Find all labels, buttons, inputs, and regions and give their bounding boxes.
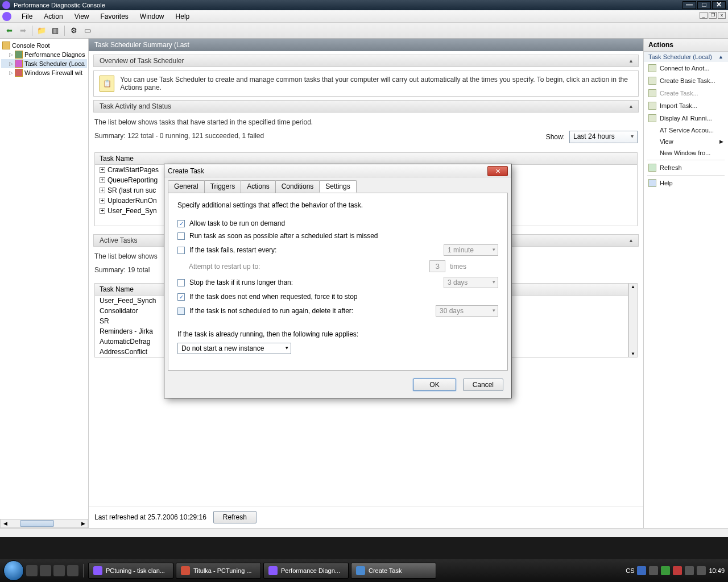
refresh-button[interactable]: Refresh bbox=[213, 511, 257, 523]
collapse-icon[interactable]: ▲ bbox=[718, 54, 723, 60]
menu-action[interactable]: Action bbox=[38, 13, 68, 20]
back-button[interactable]: ⬅ bbox=[3, 25, 15, 36]
mdi-close-button[interactable]: x bbox=[718, 12, 726, 19]
tree-item-performance[interactable]: ▷ Performance Diagnos bbox=[1, 50, 87, 59]
mdi-restore-button[interactable]: ❐ bbox=[709, 12, 717, 19]
task-icon bbox=[648, 77, 656, 85]
clock-icon bbox=[15, 60, 23, 68]
properties-button[interactable]: ⚙ bbox=[68, 25, 80, 36]
tray-icon[interactable] bbox=[673, 566, 682, 575]
action-help[interactable]: Help bbox=[644, 177, 728, 189]
label-on-demand: Allow task to be run on demand bbox=[189, 219, 285, 227]
tree-item-task-scheduler[interactable]: ▷ Task Scheduler (Loca bbox=[1, 59, 87, 68]
new-window-button[interactable]: ▭ bbox=[82, 25, 93, 36]
status-header[interactable]: Task Activity and Status ▲ bbox=[93, 100, 639, 113]
overview-text: You can use Task Scheduler to create and… bbox=[120, 76, 632, 92]
action-view[interactable]: View▶ bbox=[644, 136, 728, 147]
help-icon bbox=[648, 179, 656, 187]
maximize-button[interactable]: □ bbox=[697, 1, 711, 9]
tree-label: Task Scheduler (Loca bbox=[24, 60, 85, 67]
restart-interval-combo: 1 minute bbox=[444, 244, 498, 256]
minimize-button[interactable]: — bbox=[682, 1, 696, 9]
tab-actions[interactable]: Actions bbox=[241, 180, 275, 193]
tree-item-firewall[interactable]: ▷ Windows Firewall wit bbox=[1, 68, 87, 77]
language-indicator[interactable]: CS bbox=[626, 567, 634, 574]
tree-root[interactable]: Console Root bbox=[1, 41, 87, 50]
checkbox-restart[interactable] bbox=[177, 247, 185, 254]
action-refresh[interactable]: Refresh bbox=[644, 161, 728, 174]
quicklaunch-item[interactable] bbox=[26, 565, 38, 576]
quicklaunch-item[interactable] bbox=[53, 565, 65, 576]
connect-icon bbox=[648, 64, 656, 72]
close-button[interactable]: ✕ bbox=[712, 1, 726, 9]
taskbar-item[interactable]: PCtuning - tisk clan... bbox=[88, 563, 173, 579]
tab-settings[interactable]: Settings bbox=[319, 180, 356, 193]
rule-combo[interactable]: Do not start a new instance bbox=[177, 343, 291, 354]
mdi-minimize-button[interactable]: _ bbox=[700, 12, 708, 19]
dialog-titlebar[interactable]: Create Task ✕ bbox=[164, 164, 511, 178]
app-icon bbox=[268, 566, 278, 575]
collapse-icon[interactable]: ▲ bbox=[628, 238, 634, 243]
menu-help[interactable]: Help bbox=[170, 13, 196, 20]
collapse-icon[interactable]: ▲ bbox=[628, 103, 634, 109]
forward-button[interactable]: ➡ bbox=[17, 25, 28, 36]
taskbar-item[interactable]: Titulka - PCTuning ... bbox=[176, 563, 261, 579]
expand-icon[interactable]: + bbox=[100, 167, 105, 173]
show-value: Last 24 hours bbox=[573, 132, 615, 140]
menu-window[interactable]: Window bbox=[134, 13, 170, 20]
ok-button[interactable]: OK bbox=[413, 379, 456, 391]
action-create-basic[interactable]: Create Basic Task... bbox=[644, 74, 728, 87]
action-at-service[interactable]: AT Service Accou... bbox=[644, 124, 728, 136]
quicklaunch-item[interactable] bbox=[67, 565, 78, 576]
label-force-stop: If the task does not end when requested,… bbox=[189, 293, 358, 301]
action-new-window[interactable]: New Window fro... bbox=[644, 147, 728, 159]
checkbox-delete-after[interactable] bbox=[177, 307, 185, 315]
taskbar-item[interactable]: Performance Diagn... bbox=[263, 563, 349, 579]
menu-view[interactable]: View bbox=[69, 13, 95, 20]
checkbox-on-demand[interactable] bbox=[177, 220, 185, 227]
tray-icon[interactable] bbox=[649, 566, 658, 575]
task-name-header[interactable]: Task Name bbox=[95, 153, 637, 165]
expand-icon[interactable]: + bbox=[100, 208, 105, 214]
tree-hscrollbar[interactable]: ◀▶ bbox=[0, 519, 88, 528]
quicklaunch-item[interactable] bbox=[40, 565, 51, 576]
expand-icon[interactable]: + bbox=[100, 188, 105, 193]
taskbar-item-active[interactable]: Create Task bbox=[351, 563, 436, 579]
tab-conditions[interactable]: Conditions bbox=[275, 180, 320, 193]
show-combo[interactable]: Last 24 hours bbox=[569, 131, 638, 143]
rule-label: If the task is already running, then the… bbox=[177, 330, 498, 338]
menu-file[interactable]: File bbox=[16, 13, 38, 20]
clock[interactable]: 10:49 bbox=[709, 567, 725, 574]
dialog-close-button[interactable]: ✕ bbox=[487, 166, 508, 176]
collapse-icon[interactable]: ▲ bbox=[628, 58, 634, 64]
up-button[interactable]: 📁 bbox=[36, 25, 47, 36]
cancel-button[interactable]: Cancel bbox=[463, 379, 503, 391]
window-bottom-border bbox=[0, 528, 728, 537]
start-button[interactable] bbox=[3, 560, 24, 581]
overview-header[interactable]: Overview of Task Scheduler ▲ bbox=[93, 55, 639, 67]
expand-icon[interactable]: + bbox=[100, 177, 105, 183]
tray-icon[interactable] bbox=[661, 566, 670, 575]
expand-icon[interactable]: + bbox=[100, 198, 105, 203]
checkbox-stop-longer[interactable] bbox=[177, 279, 185, 286]
taskbar: PCtuning - tisk clan... Titulka - PCTuni… bbox=[0, 559, 728, 582]
tray-icon[interactable] bbox=[685, 566, 694, 575]
action-display-running[interactable]: Display All Runni... bbox=[644, 112, 728, 124]
menu-favorites[interactable]: Favorites bbox=[95, 13, 134, 20]
action-import[interactable]: Import Task... bbox=[644, 99, 728, 112]
create-task-dialog: Create Task ✕ General Triggers Actions C… bbox=[164, 164, 512, 398]
active-tasks-scrollbar[interactable]: ▲▼ bbox=[628, 283, 638, 357]
tray-icon[interactable] bbox=[637, 566, 646, 575]
checkbox-force-stop[interactable] bbox=[177, 293, 185, 301]
action-connect[interactable]: Connect to Anot... bbox=[644, 62, 728, 74]
tray-volume-icon[interactable] bbox=[697, 566, 706, 575]
tab-triggers[interactable]: Triggers bbox=[204, 180, 242, 193]
active-title: Active Tasks bbox=[100, 236, 137, 244]
checkbox-run-missed[interactable] bbox=[177, 232, 185, 240]
show-tree-button[interactable]: ▥ bbox=[49, 25, 61, 36]
status-title: Task Activity and Status bbox=[100, 102, 171, 110]
attempt-label: Attempt to restart up to: bbox=[189, 263, 260, 271]
tab-body: Specify additional settings that affect … bbox=[168, 193, 508, 371]
menubar: File Action View Favorites Window Help _… bbox=[0, 10, 728, 23]
tab-general[interactable]: General bbox=[168, 180, 205, 193]
